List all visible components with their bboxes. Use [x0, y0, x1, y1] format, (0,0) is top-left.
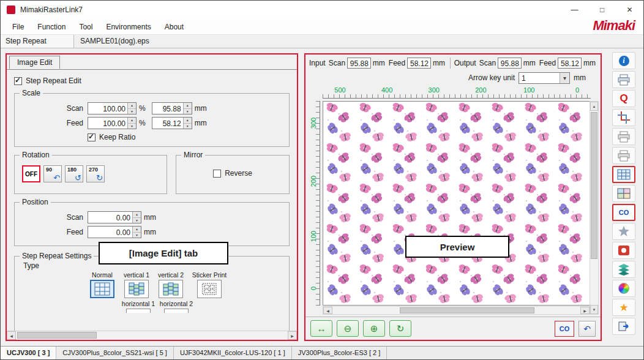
maximize-button[interactable]: □	[588, 1, 616, 19]
zoom-out-button[interactable]: ⊖	[337, 320, 359, 337]
position-feed-value[interactable]: 0.00	[88, 227, 132, 238]
type-normal-button[interactable]	[90, 280, 114, 298]
scroll-track[interactable]	[16, 331, 288, 340]
rotation-off-button[interactable]: OFF	[22, 165, 40, 182]
spin-up-icon[interactable]	[128, 118, 136, 123]
checkbox-checked-icon[interactable]	[88, 133, 95, 141]
rotation-270-button[interactable]: 270 ↻	[86, 165, 105, 182]
scale-feed-percent-value[interactable]: 100.00	[88, 118, 127, 129]
job-info-icon[interactable]: i	[612, 52, 635, 69]
close-button[interactable]: ✕	[616, 1, 643, 19]
tiling-icon[interactable]	[612, 185, 635, 202]
scroll-thumb[interactable]	[17, 332, 97, 339]
zoom-in-button[interactable]: ⊕	[363, 320, 385, 337]
dropdown-icon[interactable]	[560, 73, 569, 83]
keep-ratio-checkbox[interactable]: Keep Ratio	[88, 133, 284, 141]
menu-about[interactable]: About	[158, 20, 190, 34]
arrow-key-unit-select[interactable]: 1	[519, 72, 570, 84]
crop-icon[interactable]	[612, 109, 635, 126]
spin-up-icon[interactable]	[133, 227, 141, 232]
spin-down-icon[interactable]	[133, 232, 141, 238]
input-feed-field[interactable]: 58.12	[407, 58, 431, 69]
scale-scan-mm-value[interactable]: 95.88	[152, 103, 183, 114]
spin-up-icon[interactable]	[133, 212, 141, 217]
rotation-90-button[interactable]: 90 ↶	[43, 165, 62, 182]
printer-tab-ucjv300[interactable]: UCJV300 [ 3 ]	[1, 347, 56, 359]
type-vertical2-button[interactable]	[159, 280, 183, 298]
fit-to-window-button[interactable]: ↔	[310, 320, 332, 337]
scale-scan-percent-spinner[interactable]: 100.00	[88, 102, 137, 114]
menu-tool[interactable]: Tool	[72, 20, 99, 34]
scroll-left-icon[interactable]	[323, 307, 332, 314]
position-scan-value[interactable]: 0.00	[88, 212, 132, 223]
type-vertical1-button[interactable]	[124, 280, 149, 298]
tab-image-edit[interactable]: Image Edit	[9, 56, 60, 69]
step-repeat-icon[interactable]	[612, 166, 635, 183]
reverse-checkbox[interactable]	[213, 170, 221, 178]
spin-down-icon[interactable]	[128, 108, 136, 114]
checkbox-checked-icon[interactable]	[14, 77, 22, 85]
quality-icon[interactable]: Q	[612, 90, 635, 107]
scale-feed-mm-value[interactable]: 58.12	[152, 118, 183, 129]
menu-function[interactable]: Function	[31, 20, 72, 34]
undo-button[interactable]: ↶	[578, 321, 596, 337]
preview-vertical-scrollbar[interactable]	[590, 101, 599, 315]
preview-canvas[interactable]	[323, 101, 590, 306]
color-replace-icon[interactable]	[612, 242, 635, 259]
spin-down-icon[interactable]	[128, 123, 136, 129]
input-scan-field[interactable]: 95.88	[347, 58, 371, 69]
job-filename[interactable]: SAMPLE01(dog).eps	[74, 35, 155, 48]
printer-icon[interactable]	[612, 71, 635, 88]
step-repeat-edit-checkbox[interactable]: Step Repeat Edit	[14, 77, 291, 85]
scroll-thumb[interactable]	[400, 307, 534, 313]
arrow-key-unit-value[interactable]: 1	[519, 73, 560, 83]
spin-down-icon[interactable]	[133, 217, 141, 223]
print-condition-icon[interactable]	[612, 128, 635, 145]
scale-feed-mm-spinner[interactable]: 58.12	[152, 117, 192, 129]
type-horizontal2-button[interactable]	[164, 309, 189, 313]
scroll-track[interactable]	[332, 307, 580, 314]
spin-down-icon[interactable]	[184, 123, 192, 129]
type-horizontal1-button[interactable]	[126, 309, 151, 313]
printer-tab-cjv300plus[interactable]: CJV300Plus_8color_SS21-wsi [ 5 ]	[56, 347, 174, 359]
printer-tab-ujf3042mkii[interactable]: UJF3042MKII_6color-LUS-120 [ 1 ]	[174, 347, 292, 359]
left-horizontal-scrollbar[interactable]	[7, 331, 297, 340]
special-color-icon[interactable]	[612, 223, 635, 240]
menu-environments[interactable]: Environments	[99, 20, 157, 34]
minimize-button[interactable]: —	[561, 1, 588, 19]
arrow-key-unit-row: Arrow key unit 1 mm	[305, 71, 586, 84]
spin-up-icon[interactable]	[184, 103, 192, 108]
output-icon[interactable]	[612, 318, 635, 335]
output-feed-field[interactable]: 58.12	[558, 58, 582, 69]
scroll-up-icon[interactable]	[590, 102, 598, 111]
preview-horizontal-scrollbar[interactable]	[323, 306, 590, 315]
type-sticker-print-button[interactable]	[197, 280, 222, 298]
scroll-right-icon[interactable]	[580, 307, 590, 314]
scroll-thumb[interactable]	[591, 112, 597, 259]
scale-feed-percent-spinner[interactable]: 100.00	[88, 117, 137, 129]
composition-button[interactable]: CO	[555, 321, 574, 337]
printer-tab-jv300plus[interactable]: JV300Plus_8color-ES3 [ 2 ]	[292, 347, 388, 359]
rotation-180-button[interactable]: 180 ↺	[65, 165, 83, 182]
scale-scan-percent-value[interactable]: 100.00	[88, 103, 127, 114]
output-scan-field[interactable]: 95.88	[498, 58, 522, 69]
color-adjust-icon[interactable]	[612, 280, 635, 297]
layers-icon[interactable]	[612, 261, 635, 278]
composition-icon[interactable]: CO	[612, 204, 635, 221]
scroll-right-icon[interactable]	[288, 331, 297, 340]
scroll-left-icon[interactable]	[7, 331, 16, 340]
spin-up-icon[interactable]	[184, 118, 192, 123]
rip-print-icon[interactable]	[612, 147, 635, 164]
job-tab-step-repeat[interactable]: Step Repeat	[1, 35, 74, 48]
spin-down-icon[interactable]	[184, 108, 192, 114]
scroll-down-icon[interactable]	[590, 305, 598, 314]
scroll-track[interactable]	[590, 111, 598, 305]
refresh-button[interactable]: ↻	[389, 320, 411, 337]
position-feed-spinner[interactable]: 0.00	[88, 226, 141, 238]
scale-scan-mm-spinner[interactable]: 95.88	[152, 102, 192, 114]
field-divider	[450, 58, 451, 69]
position-scan-spinner[interactable]: 0.00	[88, 211, 141, 223]
menu-file[interactable]: File	[6, 20, 31, 34]
spin-up-icon[interactable]	[128, 103, 136, 108]
favorite-icon[interactable]: ★	[612, 299, 635, 316]
